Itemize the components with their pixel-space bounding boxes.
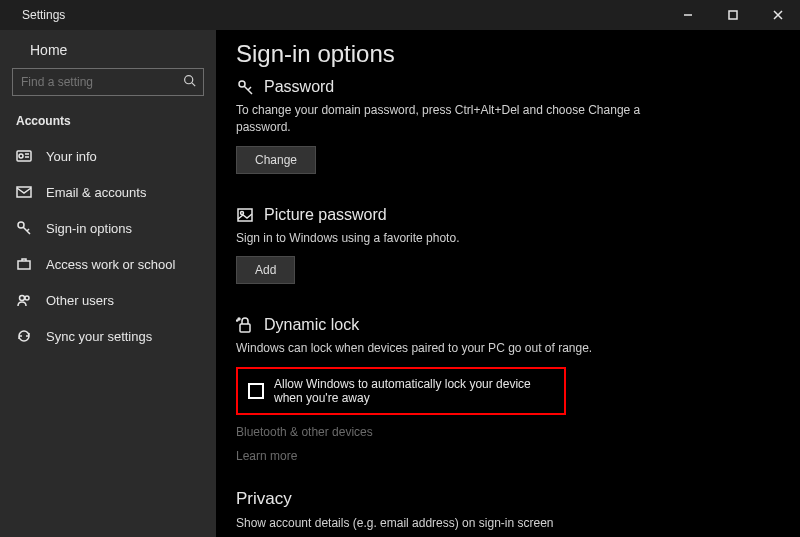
sidebar-item-sync[interactable]: Sync your settings bbox=[0, 318, 216, 354]
sidebar-item-label: Sync your settings bbox=[46, 329, 152, 344]
svg-point-11 bbox=[241, 211, 244, 214]
picture-desc: Sign in to Windows using a favorite phot… bbox=[236, 230, 656, 247]
password-heading: Password bbox=[264, 78, 334, 96]
picture-icon bbox=[236, 206, 254, 224]
svg-point-14 bbox=[237, 320, 238, 321]
close-button[interactable] bbox=[755, 0, 800, 30]
privacy-heading: Privacy bbox=[236, 489, 780, 509]
learn-more-link[interactable]: Learn more bbox=[236, 449, 780, 463]
svg-point-3 bbox=[19, 154, 23, 158]
maximize-button[interactable] bbox=[710, 0, 755, 30]
svg-rect-4 bbox=[17, 187, 31, 197]
sidebar-home[interactable]: Home bbox=[0, 36, 216, 68]
change-password-button[interactable]: Change bbox=[236, 146, 316, 174]
sidebar-section-label: Accounts bbox=[0, 108, 216, 138]
checkbox-unchecked-icon[interactable] bbox=[248, 383, 264, 399]
svg-rect-0 bbox=[729, 11, 737, 19]
svg-point-7 bbox=[20, 296, 25, 301]
sidebar-item-label: Sign-in options bbox=[46, 221, 132, 236]
titlebar: Settings bbox=[0, 0, 800, 30]
lock-icon bbox=[236, 316, 254, 334]
bluetooth-link[interactable]: Bluetooth & other devices bbox=[236, 425, 780, 439]
sidebar-item-label: Other users bbox=[46, 293, 114, 308]
key-icon bbox=[236, 78, 254, 96]
dynamic-lock-heading: Dynamic lock bbox=[264, 316, 359, 334]
sidebar-item-label: Access work or school bbox=[46, 257, 175, 272]
sidebar-item-signin[interactable]: Sign-in options bbox=[0, 210, 216, 246]
page-title: Sign-in options bbox=[236, 40, 780, 68]
users-icon bbox=[16, 292, 32, 308]
mail-icon bbox=[16, 184, 32, 200]
svg-rect-12 bbox=[240, 324, 250, 332]
sidebar-item-other-users[interactable]: Other users bbox=[0, 282, 216, 318]
svg-point-8 bbox=[25, 296, 29, 300]
user-card-icon bbox=[16, 148, 32, 164]
sidebar-item-label: Your info bbox=[46, 149, 97, 164]
add-picture-button[interactable]: Add bbox=[236, 256, 295, 284]
sidebar-item-label: Email & accounts bbox=[46, 185, 146, 200]
sidebar-item-work-school[interactable]: Access work or school bbox=[0, 246, 216, 282]
sidebar-item-email[interactable]: Email & accounts bbox=[0, 174, 216, 210]
window-title: Settings bbox=[22, 8, 65, 22]
search-input[interactable] bbox=[12, 68, 204, 96]
privacy-desc: Show account details (e.g. email address… bbox=[236, 515, 656, 532]
sync-icon bbox=[16, 328, 32, 344]
svg-point-13 bbox=[238, 318, 240, 320]
content: Sign-in options Password To change your … bbox=[216, 30, 800, 537]
sidebar-item-your-info[interactable]: Your info bbox=[0, 138, 216, 174]
dynamic-lock-checkbox-label: Allow Windows to automatically lock your… bbox=[274, 377, 554, 405]
sidebar: Home Accounts Your info Email bbox=[0, 30, 216, 537]
search-icon bbox=[183, 73, 196, 91]
key-icon bbox=[16, 220, 32, 236]
password-desc: To change your domain password, press Ct… bbox=[236, 102, 656, 136]
briefcase-icon bbox=[16, 256, 32, 272]
svg-rect-6 bbox=[18, 261, 30, 269]
dynamic-lock-desc: Windows can lock when devices paired to … bbox=[236, 340, 656, 357]
minimize-button[interactable] bbox=[665, 0, 710, 30]
dynamic-lock-checkbox-row[interactable]: Allow Windows to automatically lock your… bbox=[236, 367, 566, 415]
picture-heading: Picture password bbox=[264, 206, 387, 224]
sidebar-home-label: Home bbox=[30, 42, 67, 58]
svg-point-1 bbox=[185, 76, 193, 84]
